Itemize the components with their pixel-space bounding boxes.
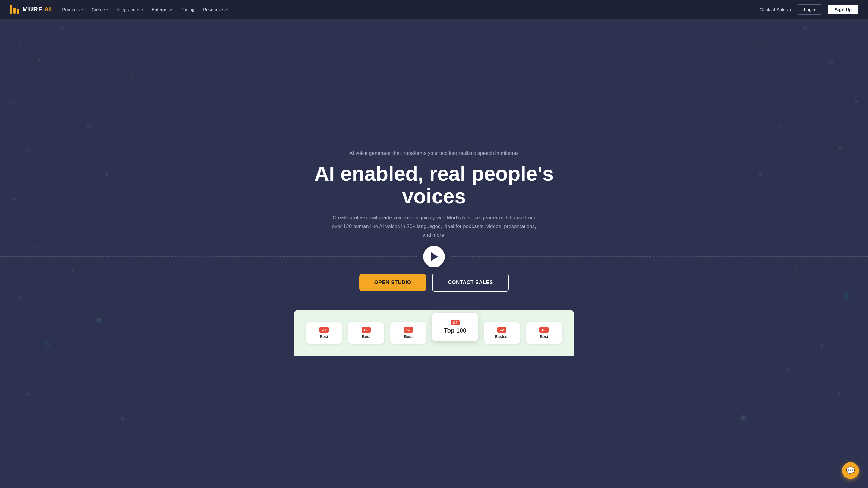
bg-icon: ▤ [87, 122, 92, 129]
bg-icon: ▶ [760, 171, 764, 177]
contact-sales-arrow-icon: › [789, 7, 791, 12]
bg-icon: ▶ [786, 366, 790, 372]
login-button[interactable]: Login [797, 4, 822, 15]
chat-button[interactable]: 💬 [842, 462, 859, 479]
bg-icon: 🌍 [740, 415, 747, 421]
bg-icon: ◻ [104, 39, 109, 46]
signup-button[interactable]: Sign Up [828, 4, 858, 14]
bg-icon: ▤ [9, 98, 14, 104]
award-badge-1: G2 Best [306, 322, 342, 344]
hero-description: Create professional-grade voiceovers qui… [329, 214, 539, 240]
bg-icon: ▶ [820, 341, 825, 348]
chat-icon: 💬 [846, 466, 855, 475]
award-label-1: Best [320, 334, 328, 339]
bg-icon: ▶ [855, 98, 859, 104]
play-button[interactable] [423, 246, 445, 267]
logo-text: MURF.AI [22, 5, 51, 13]
integrations-chevron-icon: ▾ [142, 8, 143, 11]
bg-icon: ▶ [13, 195, 17, 202]
products-chevron-icon: ▾ [82, 8, 83, 11]
award-badge-5: G2 Best [526, 322, 562, 344]
logo-icon [10, 5, 19, 13]
logo-ai: .AI [42, 5, 51, 13]
hero-content: AI voice generator that transforms your … [292, 150, 576, 239]
award-label-4: Easiest [495, 334, 509, 339]
hero-subtitle: AI voice generator that transforms your … [349, 150, 519, 156]
nav-resources[interactable]: Resources ▾ [203, 7, 227, 12]
awards-section: G2 Best G2 Best G2 Best G2 Top 100 G2 [294, 310, 574, 356]
nav-links: Products ▾ Create ▾ Integrations ▾ Enter… [62, 7, 227, 12]
g2-logo-5: G2 [539, 327, 549, 332]
play-triangle-icon [431, 253, 438, 261]
bg-icon: ⊡ [850, 195, 855, 202]
logo-bar-1 [10, 5, 12, 13]
g2-logo-4: G2 [497, 327, 507, 332]
award-badge-4: G2 Easiest [484, 322, 520, 344]
create-chevron-icon: ▾ [106, 8, 108, 11]
bg-icon: 🏃 [792, 268, 799, 275]
logo-bar-2 [13, 7, 16, 13]
bg-icon: 🌐 [43, 341, 50, 348]
dashed-line-right [451, 256, 868, 257]
navbar: MURF.AI Products ▾ Create ▾ Integrations… [0, 0, 868, 19]
logo-bar-3 [17, 9, 19, 13]
logo[interactable]: MURF.AI [10, 5, 51, 13]
resources-chevron-icon: ▾ [226, 8, 227, 11]
navbar-right: Contact Sales › Login Sign Up [760, 4, 858, 15]
bg-icon: ♟ [18, 293, 22, 299]
bg-icon: 🌍 [96, 317, 102, 324]
bg-icon: ▤ [733, 73, 738, 80]
g2-logo-2: G2 [362, 327, 371, 332]
play-section [0, 246, 868, 267]
bg-icon: 🏃 [69, 268, 76, 275]
nav-integrations[interactable]: Integrations ▾ [116, 7, 143, 12]
bg-icon: 🎓 [757, 39, 764, 46]
bg-icon: ◎ [26, 147, 31, 153]
bg-icon: ▶ [121, 415, 126, 421]
hero-title: AI enabled, real people's voices [299, 162, 569, 207]
hero-section: ⊞ ▶ 🎤 ▤ ◎ ▶ ⊡ ♟ 🌐 ▶ ◻ 🎓 ▤ ◉ 🏃 🌍 ⊞ ▶ ◎ ⊞ … [0, 0, 868, 488]
nav-enterprise[interactable]: Enterprise [152, 7, 172, 12]
bg-icon: 🎤 [35, 59, 41, 65]
bg-icon: 🎓 [130, 73, 137, 80]
award-badge-2: G2 Best [348, 322, 384, 344]
g2-logo-1: G2 [319, 327, 329, 332]
g2-logo-featured: G2 [451, 320, 460, 325]
bg-icon: ◉ [104, 171, 109, 177]
nav-create[interactable]: Create ▾ [91, 7, 108, 12]
bg-icon: 🌐 [844, 293, 850, 299]
bg-icon: ⊞ [18, 39, 22, 46]
nav-pricing[interactable]: Pricing [181, 7, 194, 12]
background-pattern: ⊞ ▶ 🎤 ▤ ◎ ▶ ⊡ ♟ 🌐 ▶ ◻ 🎓 ▤ ◉ 🏃 🌍 ⊞ ▶ ◎ ⊞ … [0, 0, 868, 488]
bg-icon: 🎤 [835, 147, 842, 153]
open-studio-button[interactable]: OPEN STUDIO [359, 274, 427, 291]
bg-icon: ⊞ [803, 24, 807, 31]
bg-icon: ⊞ [78, 366, 83, 372]
award-label-2: Best [362, 334, 370, 339]
bg-icon: ◎ [846, 39, 850, 46]
award-title-featured: Top 100 [444, 327, 466, 334]
award-badge-featured: G2 Top 100 [433, 313, 478, 341]
dashed-line-left [0, 256, 417, 257]
nav-products[interactable]: Products ▾ [62, 7, 83, 12]
g2-logo-3: G2 [404, 327, 413, 332]
award-label-3: Best [404, 334, 412, 339]
bg-icon: ▶ [61, 24, 65, 31]
bg-icon: ♟ [837, 390, 842, 397]
bg-icon: ▤ [828, 59, 833, 65]
cta-buttons: OPEN STUDIO CONTACT SALES [359, 273, 509, 292]
bg-icon: ◎ [776, 122, 781, 129]
navbar-left: MURF.AI Products ▾ Create ▾ Integrations… [10, 5, 227, 13]
contact-sales-nav-link[interactable]: Contact Sales › [760, 7, 791, 12]
award-label-5: Best [540, 334, 548, 339]
bg-icon: ⊡ [768, 317, 772, 324]
bg-icon: ▶ [26, 390, 30, 397]
award-badge-3: G2 Best [390, 322, 427, 344]
contact-sales-button[interactable]: CONTACT SALES [432, 273, 509, 292]
